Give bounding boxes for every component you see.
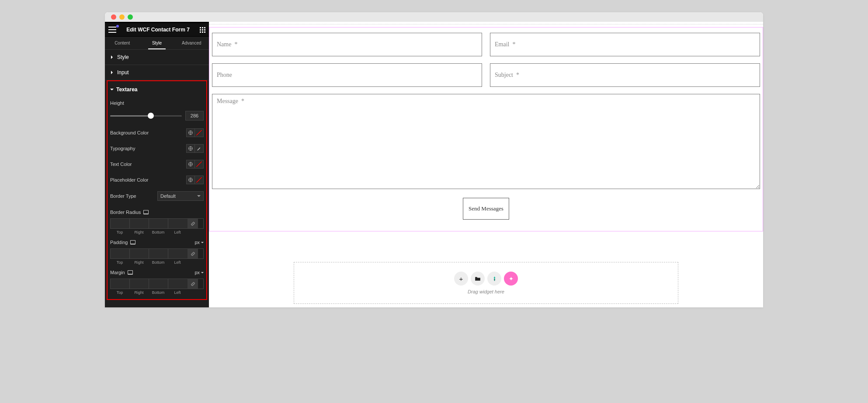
tab-advanced[interactable]: Advanced bbox=[174, 37, 209, 50]
sidebar-header: Edit WCF Contact Form 7 bbox=[105, 22, 209, 37]
tab-style[interactable]: Style bbox=[139, 37, 174, 50]
border-type-label: Border Type bbox=[110, 193, 136, 199]
padding-unit[interactable]: px bbox=[194, 240, 204, 245]
global-color-button[interactable] bbox=[186, 128, 195, 137]
responsive-desktop-icon[interactable] bbox=[143, 210, 149, 214]
margin-left[interactable] bbox=[168, 279, 187, 289]
typography-label: Typography bbox=[110, 146, 135, 151]
margin-unit[interactable]: px bbox=[194, 270, 204, 275]
contact-form-widget[interactable]: Send Messages bbox=[209, 27, 763, 231]
caret-right-icon bbox=[111, 55, 115, 59]
margin-inputs bbox=[110, 279, 204, 289]
send-messages-button[interactable]: Send Messages bbox=[463, 198, 509, 220]
control-border-radius: Border Radius TopRightB bbox=[110, 204, 204, 234]
placeholder-color-picker-button[interactable] bbox=[195, 176, 204, 184]
section-divider bbox=[209, 24, 763, 24]
add-flexbox-button[interactable] bbox=[487, 272, 501, 286]
padding-left[interactable] bbox=[168, 249, 187, 258]
add-section-button[interactable]: + bbox=[454, 272, 468, 286]
border-radius-link-button[interactable] bbox=[187, 219, 198, 228]
section-style: Style bbox=[105, 50, 209, 65]
dropzone-hint: Drag widget here bbox=[468, 289, 504, 294]
padding-inputs bbox=[110, 248, 204, 259]
height-slider-thumb[interactable] bbox=[148, 113, 154, 119]
widgets-grid-icon[interactable] bbox=[200, 27, 205, 33]
border-radius-left[interactable] bbox=[168, 219, 187, 228]
sparkle-icon: ✦ bbox=[509, 276, 514, 282]
section-textarea-highlighted: Textarea Height Background Color bbox=[107, 80, 207, 300]
maximize-window-button[interactable] bbox=[128, 14, 133, 20]
padding-label: Padding bbox=[110, 240, 135, 245]
text-color-picker-button[interactable] bbox=[195, 160, 204, 169]
control-text-color: Text Color bbox=[110, 156, 204, 172]
margin-right[interactable] bbox=[130, 279, 149, 289]
placeholder-color-label: Placeholder Color bbox=[110, 177, 148, 183]
phone-input[interactable] bbox=[212, 63, 482, 87]
margin-label: Margin bbox=[110, 270, 133, 275]
border-type-select[interactable]: Default bbox=[157, 191, 204, 201]
typography-actions bbox=[186, 144, 204, 153]
padding-right[interactable] bbox=[130, 249, 149, 258]
email-input[interactable] bbox=[490, 33, 760, 56]
padding-link-button[interactable] bbox=[187, 249, 198, 258]
margin-bottom[interactable] bbox=[149, 279, 168, 289]
height-slider-track[interactable] bbox=[110, 115, 182, 117]
add-ai-button[interactable]: ✦ bbox=[504, 272, 518, 286]
global-placeholder-color-button[interactable] bbox=[186, 176, 195, 184]
close-window-button[interactable] bbox=[111, 14, 116, 20]
margin-link-button[interactable] bbox=[187, 279, 198, 289]
globe-icon bbox=[188, 177, 193, 183]
pencil-icon bbox=[197, 146, 201, 151]
section-textarea-label: Textarea bbox=[116, 86, 137, 93]
border-radius-right[interactable] bbox=[130, 219, 149, 228]
responsive-desktop-icon[interactable] bbox=[128, 270, 133, 275]
globe-icon bbox=[188, 162, 193, 167]
email-field-wrap bbox=[490, 33, 760, 56]
hamburger-menu-icon[interactable] bbox=[108, 27, 116, 33]
global-text-color-button[interactable] bbox=[186, 160, 195, 169]
global-typography-button[interactable] bbox=[186, 144, 195, 153]
border-radius-inputs bbox=[110, 218, 204, 229]
minimize-window-button[interactable] bbox=[119, 14, 125, 20]
height-label: Height bbox=[110, 100, 124, 106]
typography-edit-button[interactable] bbox=[195, 144, 204, 153]
padding-top[interactable] bbox=[111, 249, 130, 258]
responsive-desktop-icon[interactable] bbox=[130, 240, 135, 245]
section-textarea-header[interactable]: Textarea bbox=[110, 82, 204, 97]
message-field-wrap bbox=[212, 94, 760, 191]
section-style-label: Style bbox=[117, 54, 129, 60]
subject-field-wrap bbox=[490, 63, 760, 87]
control-margin: Margin px T bbox=[110, 265, 204, 295]
control-height: Height bbox=[110, 97, 204, 109]
tab-content[interactable]: Content bbox=[105, 37, 139, 50]
subject-input[interactable] bbox=[490, 63, 760, 87]
section-style-header[interactable]: Style bbox=[105, 50, 209, 65]
flex-icon bbox=[492, 276, 497, 282]
name-input[interactable] bbox=[212, 33, 482, 56]
padding-bottom[interactable] bbox=[149, 249, 168, 258]
control-padding: Padding px bbox=[110, 234, 204, 265]
bg-color-picker-button[interactable] bbox=[195, 128, 204, 137]
height-slider-fill bbox=[110, 115, 151, 117]
bg-color-label: Background Color bbox=[110, 130, 149, 135]
globe-icon bbox=[188, 130, 193, 135]
message-textarea[interactable] bbox=[212, 94, 760, 189]
editor-canvas: Send Messages + ✦ Dra bbox=[209, 22, 763, 307]
margin-labels: TopRightBottomLeft bbox=[110, 290, 204, 295]
section-input-header[interactable]: Input bbox=[105, 65, 209, 80]
border-radius-bottom[interactable] bbox=[149, 219, 168, 228]
link-icon bbox=[191, 251, 195, 256]
height-slider bbox=[110, 109, 204, 125]
panel-tabs: Content Style Advanced bbox=[105, 37, 209, 50]
border-radius-label: Border Radius bbox=[110, 210, 149, 215]
border-radius-top[interactable] bbox=[111, 219, 130, 228]
border-radius-labels: TopRightBottomLeft bbox=[110, 230, 204, 234]
sidebar-title: Edit WCF Contact Form 7 bbox=[126, 27, 190, 33]
padding-labels: TopRightBottomLeft bbox=[110, 260, 204, 265]
margin-top[interactable] bbox=[111, 279, 130, 289]
empty-section-dropzone[interactable]: + ✦ Drag widget here bbox=[294, 262, 678, 304]
control-typography: Typography bbox=[110, 141, 204, 156]
add-template-button[interactable] bbox=[471, 272, 485, 286]
height-input[interactable] bbox=[185, 111, 204, 121]
notification-dot-icon bbox=[116, 25, 119, 28]
